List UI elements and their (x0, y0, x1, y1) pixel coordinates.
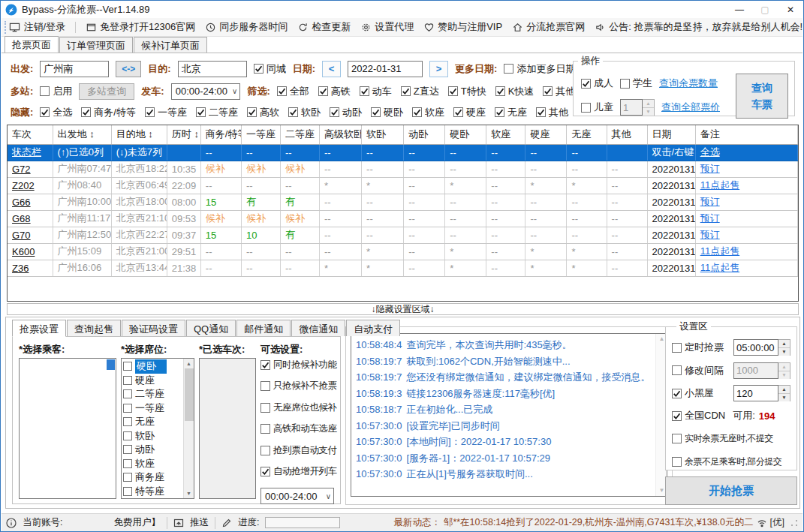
spin-down-icon[interactable]: ▼ (778, 394, 790, 401)
option-checkbox-4[interactable]: 高铁和动车选座 (260, 422, 337, 435)
column-header[interactable]: 高级软卧 (320, 125, 362, 144)
column-header[interactable]: 无座 (567, 125, 607, 144)
train-row[interactable]: G70广州南12:50北京西22:2709:371510有-----------… (8, 227, 798, 243)
seat-option-7[interactable]: 动卧 (123, 443, 183, 457)
column-header[interactable]: 日期 (647, 125, 695, 144)
train-code-link[interactable]: G72 (8, 161, 53, 177)
select-all-link[interactable]: 全选 (695, 144, 797, 161)
hide-column-checkbox[interactable]: 其他 (536, 106, 568, 119)
seat-option-9[interactable]: 商务座 (123, 470, 183, 485)
same-city-checkbox[interactable]: 同城 (254, 62, 286, 76)
hide-column-checkbox[interactable]: 商务/特等 (81, 106, 136, 119)
train-row[interactable]: G72广州南07:47北京西18:2210:35候补候补候补----------… (8, 161, 798, 177)
blackroom-checkbox[interactable]: 小黑屋 (672, 386, 714, 400)
scroll-thumb[interactable] (185, 368, 194, 421)
column-header[interactable]: 历时 ↕ (167, 125, 200, 144)
destination-input[interactable] (178, 61, 247, 77)
train-row[interactable]: G68广州南11:17北京西21:1009:53候补候补候补----------… (8, 210, 798, 227)
scroll-down-icon[interactable]: ▼ (186, 488, 191, 498)
toolbar-item-home[interactable]: 分流抢票官网 (512, 20, 585, 34)
train-type-filter-checkbox[interactable]: Z直达 (401, 85, 439, 98)
settings-tab-5[interactable]: 邮件通知 (236, 320, 291, 336)
spin-down-icon[interactable]: ▼ (778, 348, 790, 356)
timed-grab-spinner[interactable]: ▲▼ (733, 339, 790, 356)
start-grab-button[interactable]: 开始抢票 (665, 476, 797, 505)
adult-checkbox[interactable]: 成人 (581, 77, 613, 90)
train-code-link[interactable]: Z202 (8, 177, 53, 194)
option-checkbox-5[interactable]: 抢到票自动支付 (260, 444, 337, 457)
multi-station-query-button[interactable]: 多站查询 (79, 83, 134, 100)
train-code-link[interactable]: G66 (8, 194, 53, 210)
main-tab-3[interactable]: 候补订单页面 (134, 37, 207, 53)
date-input[interactable] (348, 61, 423, 77)
scroll-up-icon[interactable]: ▲ (186, 359, 191, 368)
seat-option-4[interactable]: 一等座 (123, 401, 183, 416)
hide-column-checkbox[interactable]: 高软 (247, 106, 279, 119)
toolbar-item-heart[interactable]: 赞助与注册VIP (423, 20, 502, 34)
train-type-filter-checkbox[interactable]: 其他 (543, 85, 575, 98)
depart-time-select[interactable]: 00:00-24:00∨ (171, 83, 241, 100)
hide-column-checkbox[interactable]: 硬卧 (371, 106, 403, 119)
interval-input[interactable] (733, 362, 778, 379)
prev-date-button[interactable]: < (322, 61, 341, 77)
train-row[interactable]: Z202广州08:40北京西06:4922:09------**--*--**-… (8, 177, 798, 194)
seat-list-scrollbar[interactable]: ▲ ▼ (183, 359, 194, 498)
train-row[interactable]: K600广州15:09北京西21:0029:51--------*--*--**… (8, 243, 798, 260)
seat-option-5[interactable]: 无座 (123, 415, 183, 429)
train-code-link[interactable]: G68 (8, 210, 53, 227)
seat-option-2[interactable]: 硬座 (123, 374, 183, 388)
seat-list[interactable]: 硬卧硬座二等座一等座无座软卧动卧软座商务座特等座 ▲ ▼ (121, 358, 194, 499)
hide-column-checkbox[interactable]: 一等座 (145, 106, 187, 119)
train-type-filter-checkbox[interactable]: T特快 (448, 85, 486, 98)
train-type-filter-checkbox[interactable]: 全部 (277, 85, 309, 98)
hide-column-checkbox[interactable]: 全选 (40, 106, 72, 119)
hidden-settings-divider[interactable]: ↓隐藏设置区域↓ (7, 303, 799, 315)
close-button[interactable]: ✕ (778, 1, 803, 18)
student-checkbox[interactable]: 学生 (620, 77, 652, 90)
partial-submit-checkbox[interactable]: 余票不足乘客时,部分提交 (672, 455, 781, 468)
column-header[interactable]: 硬座 (525, 125, 567, 144)
train-type-filter-checkbox[interactable]: K快速 (495, 85, 534, 98)
remark-link[interactable]: 11点起售 (695, 177, 797, 194)
column-header[interactable]: 软座 (486, 125, 525, 144)
column-header[interactable]: 硬卧 (445, 125, 486, 144)
query-remaining-tickets-link[interactable]: 查询余票数量 (659, 77, 718, 90)
spin-up-icon[interactable]: ▲ (643, 100, 654, 108)
scroll-down-icon[interactable]: ▼ (658, 485, 664, 496)
remark-link[interactable]: 11点起售 (695, 260, 797, 276)
noseat-checkbox[interactable]: 实时余票无座时,不提交 (672, 432, 773, 445)
maximize-button[interactable]: ▢ (752, 1, 778, 18)
minimize-button[interactable]: — (727, 1, 752, 18)
settings-tab-3[interactable]: 验证码设置 (122, 320, 185, 336)
push-label[interactable]: 推送 (190, 516, 209, 529)
remark-link[interactable]: 预订 (695, 210, 797, 227)
train-type-filter-checkbox[interactable]: 高铁 (318, 85, 351, 98)
spin-up-icon[interactable]: ▲ (778, 386, 790, 394)
spin-up-icon[interactable]: ▲ (778, 363, 790, 371)
seat-option-3[interactable]: 二等座 (123, 387, 183, 401)
interval-checkbox[interactable]: 修改间隔 (672, 364, 724, 377)
column-header[interactable]: 其他 (607, 125, 647, 144)
toolbar-item-gear[interactable]: 设置代理 (360, 20, 414, 34)
timed-grab-time-input[interactable] (733, 339, 778, 356)
output-list[interactable]: 10:58:48:4查询完毕，本次查询共用时:435毫秒。10:58:19:7获… (351, 333, 667, 497)
child-count-spinner[interactable]: ▲▼ (620, 99, 655, 116)
hide-column-checkbox[interactable]: 软卧 (288, 106, 321, 119)
train-row[interactable]: Z36广州16:06北京西13:4421:38------**--*--**--… (8, 260, 798, 276)
train-code-link[interactable]: G70 (8, 227, 53, 243)
seat-option-6[interactable]: 软卧 (123, 429, 183, 443)
hide-column-checkbox[interactable]: 无座 (495, 106, 527, 119)
column-header[interactable]: 一等座 (241, 125, 280, 144)
timed-grab-checkbox[interactable]: 定时抢票 (672, 341, 724, 354)
spin-down-icon[interactable]: ▼ (778, 371, 790, 379)
query-tickets-button[interactable]: 查询车票 (736, 74, 788, 119)
column-header[interactable]: 车次 (8, 125, 53, 144)
settings-tab-6[interactable]: 微信通知 (291, 320, 345, 336)
spin-up-icon[interactable]: ▲ (778, 340, 790, 348)
train-row[interactable]: G66广州南10:00北京西18:0008:0015有有------------… (8, 194, 798, 210)
blackroom-input[interactable] (733, 385, 778, 401)
remark-link[interactable]: 预订 (695, 194, 797, 210)
main-tab-2[interactable]: 订单管理页面 (59, 37, 133, 53)
hide-column-checkbox[interactable]: 二等座 (196, 106, 238, 119)
settings-tab-2[interactable]: 查询起售 (67, 320, 121, 336)
